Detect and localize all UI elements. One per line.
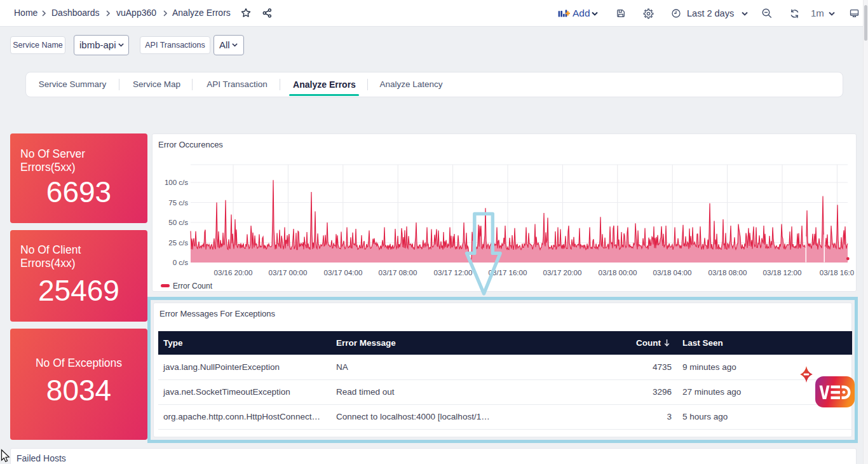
svg-text:03/17 20:00: 03/17 20:00 bbox=[543, 269, 582, 276]
svg-text:50 c/s: 50 c/s bbox=[168, 219, 188, 226]
svg-text:0 c/s: 0 c/s bbox=[173, 259, 189, 266]
svg-text:03/17 04:00: 03/17 04:00 bbox=[324, 269, 363, 276]
svg-text:03/18 00:00: 03/18 00:00 bbox=[599, 269, 637, 276]
svg-text:100 c/s: 100 c/s bbox=[165, 179, 188, 186]
svg-text:03/16 20:00: 03/16 20:00 bbox=[214, 269, 253, 276]
svg-text:03/17 08:00: 03/17 08:00 bbox=[379, 269, 417, 276]
svg-text:03/17 00:00: 03/17 00:00 bbox=[269, 269, 308, 276]
svg-text:03/18 12:00: 03/18 12:00 bbox=[763, 269, 802, 276]
svg-text:25 c/s: 25 c/s bbox=[168, 239, 188, 247]
svg-text:03/18 04:00: 03/18 04:00 bbox=[653, 269, 692, 276]
svg-text:75 c/s: 75 c/s bbox=[168, 199, 188, 207]
svg-text:03/18 08:00: 03/18 08:00 bbox=[709, 269, 747, 276]
svg-text:03/18 16:0: 03/18 16:0 bbox=[820, 269, 854, 276]
